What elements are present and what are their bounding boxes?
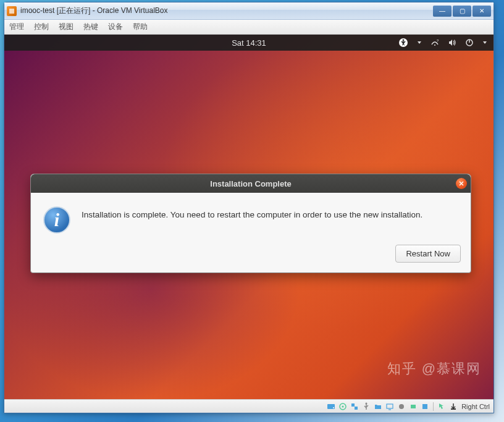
volume-icon[interactable] [448,38,456,47]
svg-point-13 [366,402,368,404]
menu-view[interactable]: 视图 [59,22,74,32]
window-title: imooc-test [正在运行] - Oracle VM VirtualBox [20,6,433,16]
dialog-titlebar[interactable]: Installation Complete [31,174,471,193]
svg-point-16 [399,404,404,409]
network-status-icon[interactable] [350,402,359,411]
ubuntu-system-tray: ? [398,35,487,51]
svg-point-3 [434,44,435,46]
dialog-body: i Installation is complete. You need to … [31,193,471,241]
virtualbox-statusbar: Right Ctrl [4,399,494,413]
optical-disk-icon[interactable] [338,402,348,411]
minimize-button[interactable]: — [433,6,452,17]
svg-point-10 [342,405,344,407]
hard-disk-icon[interactable] [326,402,336,411]
virtualbox-icon [7,6,17,16]
dialog-close-button[interactable] [456,178,467,189]
shared-folder-icon[interactable] [373,402,383,411]
menu-control[interactable]: 控制 [34,22,49,32]
chevron-down-icon[interactable] [417,40,422,45]
power-icon[interactable] [465,38,474,47]
svg-text:?: ? [437,39,439,43]
recording-icon[interactable] [397,402,406,411]
guest-additions-icon[interactable] [420,402,430,411]
dialog-message: Installation is complete. You need to re… [82,204,422,219]
svg-rect-12 [355,407,358,410]
menu-devices[interactable]: 设备 [108,22,123,32]
virtualbox-window: imooc-test [正在运行] - Oracle VM VirtualBox… [4,2,494,413]
dialog-footer: Restart Now [31,241,471,272]
menu-help[interactable]: 帮助 [133,22,148,32]
host-key-label: Right Ctrl [461,403,490,410]
svg-rect-17 [411,405,416,408]
svg-rect-19 [451,408,456,410]
chevron-down-icon-2[interactable] [482,40,487,45]
installation-complete-dialog: Installation Complete i Installation is … [30,174,471,273]
usb-icon[interactable] [361,402,371,411]
svg-rect-18 [422,404,427,409]
info-icon: i [43,206,70,234]
close-button[interactable]: ✕ [472,6,491,17]
network-icon[interactable]: ? [430,38,439,47]
svg-point-8 [333,407,334,408]
accessibility-icon[interactable] [398,38,408,48]
menu-hotkey[interactable]: 热键 [83,22,98,32]
status-separator [433,402,434,411]
menubar: 管理 控制 视图 热键 设备 帮助 [4,20,494,35]
clock-label[interactable]: Sat 14:31 [232,38,266,48]
keyboard-capture-icon[interactable] [448,402,458,411]
svg-point-2 [403,40,405,41]
menu-manage[interactable]: 管理 [9,22,24,32]
svg-rect-11 [351,403,355,407]
ubuntu-topbar: Sat 14:31 ? [4,35,494,51]
mouse-integration-icon[interactable] [437,402,447,411]
restart-now-button[interactable]: Restart Now [395,245,461,263]
svg-rect-14 [387,404,393,408]
window-titlebar[interactable]: imooc-test [正在运行] - Oracle VM VirtualBox… [4,2,494,20]
svg-rect-0 [9,9,14,14]
window-controls: — ▢ ✕ [433,6,491,17]
audio-status-icon[interactable] [408,402,418,411]
maximize-button[interactable]: ▢ [453,6,471,17]
dialog-title: Installation Complete [210,179,291,188]
vm-display[interactable]: Sat 14:31 ? [4,35,494,399]
display-icon[interactable] [385,402,395,411]
